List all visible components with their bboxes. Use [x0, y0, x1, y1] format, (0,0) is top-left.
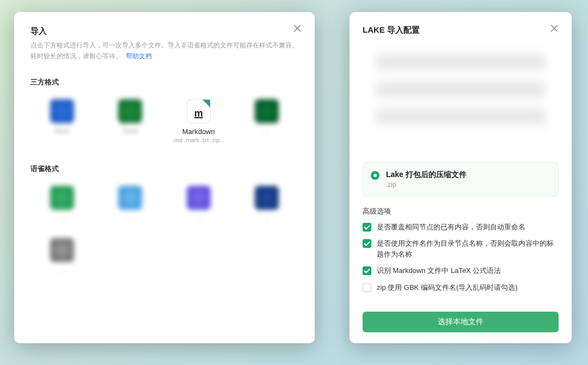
format-ext: .md .mark .txt .zip...: [169, 137, 228, 143]
format-label: ...: [238, 214, 297, 221]
format-label: ...: [33, 266, 91, 273]
checkbox-row[interactable]: 识别 Markdown 文件中 LaTeX 公式语法: [363, 265, 559, 276]
format-item[interactable]: ...: [30, 234, 94, 278]
format-label: ...: [101, 214, 160, 221]
format-icon: [50, 99, 74, 123]
format-icon: [255, 186, 279, 210]
dialog-description: 点击下方格式进行导入，可一次导入多个文件。导入非语雀格式的文件可能存在样式不兼容…: [30, 40, 298, 62]
option-name: Lake 打包后的压缩文件: [386, 170, 467, 180]
select-local-file-button[interactable]: 选择本地文件: [363, 312, 559, 332]
checkbox-row[interactable]: zip 使用 GBK 编码文件名(导入乱码时请勾选): [363, 282, 559, 293]
checkbox-unchecked-icon: [363, 283, 371, 292]
format-name: Markdown: [169, 127, 228, 136]
checkbox-label: 识别 Markdown 文件中 LaTeX 公式语法: [377, 265, 501, 276]
format-icon: [118, 186, 142, 210]
checkbox-row[interactable]: 是否覆盖相同节点的已有内容，否则自动重命名: [363, 222, 559, 233]
format-item[interactable]: Word: [30, 95, 94, 149]
checkbox-row[interactable]: 是否使用文件名作为目录节点名称，否则会取内容中的标题作为名称: [363, 238, 559, 260]
radio-selected-icon: [371, 171, 379, 180]
lake-import-config-dialog: LAKE 导入配置 Lake 打包后的压缩文件 .zip 高级选项 是否覆盖相同…: [350, 12, 572, 343]
format-item[interactable]: ...: [236, 95, 299, 149]
checkbox-label: 是否覆盖相同节点的已有内容，否则自动重命名: [377, 222, 525, 233]
yuque-grid: ... ... ... ... ...: [30, 181, 298, 278]
checkbox-checked-icon: [363, 223, 371, 232]
format-label: ...: [33, 214, 91, 221]
config-preview: [363, 43, 559, 157]
section-thirdparty-heading: 三方格式: [30, 77, 298, 87]
format-item[interactable]: ...: [99, 181, 162, 226]
format-icon: [255, 99, 279, 123]
section-yuque-heading: 语雀格式: [30, 164, 298, 174]
thirdparty-grid: Word Excel Markdown .md .mark .txt .zip.…: [30, 95, 298, 149]
checkbox-checked-icon: [363, 239, 371, 248]
close-icon[interactable]: [550, 24, 559, 33]
help-link[interactable]: 帮助文档: [126, 52, 152, 60]
format-icon: [50, 186, 74, 210]
format-item[interactable]: ...: [30, 181, 94, 226]
checkbox-label: zip 使用 GBK 编码文件名(导入乱码时请勾选): [377, 282, 518, 293]
advanced-heading: 高级选项: [363, 206, 559, 216]
format-item[interactable]: ...: [167, 181, 230, 226]
format-icon: [118, 99, 142, 123]
format-label: ...: [238, 127, 297, 134]
format-icon: [50, 238, 74, 262]
file-type-option[interactable]: Lake 打包后的压缩文件 .zip: [363, 162, 559, 197]
format-item-markdown[interactable]: Markdown .md .mark .txt .zip...: [167, 95, 230, 149]
format-item[interactable]: ...: [236, 181, 299, 226]
option-sub: .zip: [386, 181, 467, 188]
format-label: Word: [33, 127, 91, 134]
format-item[interactable]: Excel: [99, 95, 162, 149]
checkbox-label: 是否使用文件名作为目录节点名称，否则会取内容中的标题作为名称: [377, 238, 559, 260]
close-icon[interactable]: [293, 24, 302, 33]
checkbox-checked-icon: [363, 266, 371, 275]
format-icon: [187, 186, 211, 210]
format-label: Excel: [101, 127, 160, 134]
format-label: ...: [169, 214, 228, 221]
import-dialog: 导入 点击下方格式进行导入，可一次导入多个文件。导入非语雀格式的文件可能存在样式…: [14, 12, 315, 343]
markdown-icon: [187, 99, 211, 123]
dialog-desc-text: 点击下方格式进行导入，可一次导入多个文件。导入非语雀格式的文件可能存在样式不兼容…: [30, 41, 298, 60]
dialog-title: 导入: [30, 26, 298, 36]
dialog-title: LAKE 导入配置: [363, 25, 559, 35]
